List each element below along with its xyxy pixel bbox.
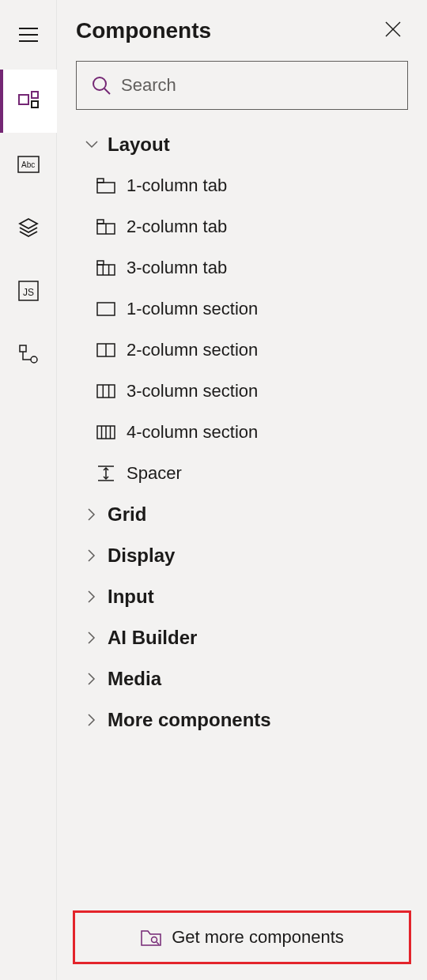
chevron-right-icon [84,548,100,564]
four-column-section-icon [95,421,117,443]
item-1-column-section[interactable]: 1-column section [87,288,427,330]
group-header-media[interactable]: Media [66,658,427,699]
item-3-column-section[interactable]: 3-column section [87,371,427,412]
group-label: Layout [108,134,170,156]
three-column-section-icon [95,380,117,402]
one-column-tab-icon [95,175,117,197]
layers-icon [17,217,40,239]
group-more-components: More components [66,699,427,741]
component-tree: Layout 1-column tab [57,124,427,980]
left-sidebar: Abc JS [0,0,57,980]
chevron-right-icon [84,712,100,728]
sidebar-item-flow[interactable] [0,322,57,386]
item-4-column-section[interactable]: 4-column section [87,412,427,453]
svg-line-15 [104,89,110,94]
group-label: More components [108,709,271,731]
svg-rect-5 [32,101,38,107]
hamburger-menu-button[interactable] [0,16,57,54]
item-label: 2-column tab [127,217,227,237]
svg-point-38 [152,937,157,943]
svg-line-39 [157,942,159,944]
group-header-input[interactable]: Input [66,576,427,617]
two-column-section-icon [95,339,117,361]
item-2-column-tab[interactable]: 2-column tab [87,206,427,247]
item-2-column-section[interactable]: 2-column section [87,330,427,371]
js-icon: JS [18,281,39,301]
svg-rect-10 [20,345,26,352]
svg-rect-4 [32,92,38,98]
close-button[interactable] [378,14,408,47]
item-3-column-tab[interactable]: 3-column tab [87,247,427,288]
svg-text:JS: JS [23,287,34,298]
folder-search-icon [140,928,162,947]
group-header-display[interactable]: Display [66,535,427,576]
item-spacer[interactable]: Spacer [87,453,427,494]
svg-text:Abc: Abc [21,160,35,169]
components-icon [17,90,40,112]
panel-header: Components [57,0,427,47]
group-header-ai-builder[interactable]: AI Builder [66,617,427,658]
footer-label: Get more components [172,927,344,948]
group-ai-builder: AI Builder [66,617,427,658]
svg-rect-17 [97,183,115,193]
group-label: AI Builder [108,627,197,649]
item-label: Spacer [127,463,182,484]
group-label: Grid [108,503,146,526]
group-header-grid[interactable]: Grid [66,494,427,535]
chevron-down-icon [84,137,100,153]
group-header-more[interactable]: More components [66,699,427,741]
group-input: Input [66,576,427,617]
group-label: Input [108,586,154,608]
item-label: 1-column tab [127,175,227,196]
item-label: 2-column section [127,340,258,360]
search-box[interactable] [76,61,408,110]
get-more-components-button[interactable]: Get more components [73,910,411,964]
three-column-tab-icon [95,257,117,279]
search-input[interactable] [121,75,393,96]
chevron-right-icon [84,671,100,687]
svg-rect-22 [97,265,115,275]
item-label: 4-column section [127,422,258,443]
components-panel: Components Layout [57,0,427,980]
group-media: Media [66,658,427,699]
item-label: 3-column tab [127,258,227,278]
chevron-right-icon [84,630,100,646]
svg-rect-28 [97,385,115,398]
group-display: Display [66,535,427,576]
panel-title: Components [76,18,211,43]
svg-point-14 [93,77,106,90]
item-1-column-tab[interactable]: 1-column tab [87,165,427,206]
spacer-icon [95,462,117,484]
one-column-section-icon [95,298,117,320]
group-layout-items: 1-column tab 2-column tab [66,165,427,494]
group-label: Display [108,545,175,567]
item-label: 1-column section [127,299,258,319]
search-icon [91,75,111,96]
sidebar-item-text[interactable]: Abc [0,133,57,196]
group-header-layout[interactable]: Layout [66,124,427,165]
close-icon [384,21,402,38]
sidebar-item-layers[interactable] [0,196,57,259]
item-label: 3-column section [127,381,258,401]
chevron-right-icon [84,507,100,522]
svg-rect-25 [97,303,115,315]
two-column-tab-icon [95,216,117,238]
svg-point-11 [31,356,37,363]
hamburger-icon [19,28,38,42]
group-layout: Layout 1-column tab [66,124,427,494]
group-grid: Grid [66,494,427,535]
text-icon: Abc [17,156,40,173]
group-label: Media [108,668,161,690]
svg-rect-3 [19,95,28,104]
sidebar-item-components[interactable] [0,70,57,133]
sidebar-item-js[interactable]: JS [0,259,57,322]
chevron-right-icon [84,589,100,605]
flow-icon [18,344,39,364]
